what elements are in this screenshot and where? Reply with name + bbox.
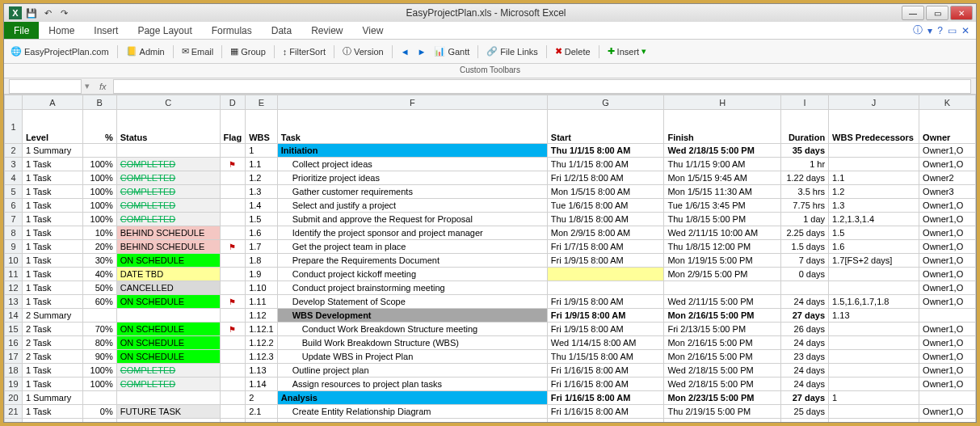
duration-cell[interactable]: 25 days	[781, 405, 829, 419]
column-header-K[interactable]: K	[919, 95, 976, 110]
status-cell[interactable]: COMPLETED	[116, 199, 220, 213]
pred-cell[interactable]: 1.7[FS+2 days]	[829, 254, 919, 268]
maximize-button[interactable]: ▭	[926, 6, 948, 20]
field-header-%[interactable]: %	[82, 110, 116, 144]
finish-cell[interactable]: Thu 1/8/15 5:00 PM	[664, 213, 781, 226]
task-cell[interactable]: Select and justify a project	[277, 199, 547, 213]
finish-cell[interactable]: Mon 1/19/15 5:00 PM	[664, 254, 781, 268]
duration-cell[interactable]: 1 day	[781, 213, 829, 226]
gantt-button[interactable]: 📊 Gantt	[434, 46, 469, 57]
finish-cell[interactable]: Wed 2/11/15 10:00 AM	[664, 226, 781, 240]
pred-cell[interactable]: 1.5	[829, 226, 919, 240]
pred-cell[interactable]: 1.3	[829, 199, 919, 213]
tab-data[interactable]: Data	[262, 22, 301, 39]
owner-cell[interactable]: Owner1,O	[919, 405, 976, 419]
ribbon-minimize-icon[interactable]: ▾	[927, 25, 932, 36]
owner-cell[interactable]: Owner1,O	[919, 323, 976, 336]
row-header-17[interactable]: 17	[5, 350, 23, 364]
level-cell[interactable]: 2 Summary	[22, 309, 82, 323]
field-header-flag[interactable]: Flag	[220, 110, 246, 144]
wbs-cell[interactable]: 1.1	[246, 158, 278, 171]
finish-cell[interactable]: Wed 2/18/15 5:00 PM	[664, 377, 781, 391]
row-header-13[interactable]: 13	[5, 295, 23, 309]
owner-cell[interactable]: Owner1,O	[919, 254, 976, 268]
finish-cell[interactable]: Fri 2/13/15 5:00 PM	[664, 323, 781, 336]
fx-icon[interactable]: fx	[99, 82, 107, 91]
wbs-cell[interactable]: 2.2	[246, 419, 278, 423]
start-cell[interactable]: Fri 1/7/15 8:00 AM	[547, 240, 664, 254]
flag-cell[interactable]	[220, 213, 246, 226]
start-cell[interactable]: Fri 1/16/15 8:00 AM	[547, 419, 664, 423]
flag-cell[interactable]: ⚑	[220, 323, 246, 336]
row-header-9[interactable]: 9	[5, 240, 23, 254]
start-cell[interactable]: Fri 1/9/15 8:00 AM	[547, 309, 664, 323]
start-cell[interactable]: Mon 1/5/15 8:00 AM	[547, 185, 664, 199]
restore-window-icon[interactable]: ▭	[948, 25, 957, 36]
wbs-cell[interactable]: 1.3	[246, 185, 278, 199]
start-cell[interactable]: Mon 2/9/15 8:00 AM	[547, 226, 664, 240]
pred-cell[interactable]: 1.2,1.3,1.4	[829, 213, 919, 226]
level-cell[interactable]: 1 Task	[22, 254, 82, 268]
level-cell[interactable]: 1 Task	[22, 419, 82, 423]
row-header-10[interactable]: 10	[5, 254, 23, 268]
level-cell[interactable]: 1 Task	[22, 268, 82, 281]
pct-cell[interactable]: 90%	[82, 350, 116, 364]
status-cell[interactable]: COMPLETED	[116, 364, 220, 377]
pred-cell[interactable]	[829, 158, 919, 171]
pred-cell[interactable]	[829, 268, 919, 281]
task-cell[interactable]: Prepare the Requirements Document	[277, 254, 547, 268]
status-cell[interactable]	[116, 309, 220, 323]
start-cell[interactable]: Thu 1/1/15 8:00 AM	[547, 144, 664, 158]
owner-cell[interactable]	[919, 309, 976, 323]
level-cell[interactable]: 1 Task	[22, 377, 82, 391]
field-header-start[interactable]: Start	[547, 110, 664, 144]
group-button[interactable]: ▦ Group	[230, 46, 266, 57]
level-cell[interactable]: 1 Task	[22, 213, 82, 226]
task-cell[interactable]: Create Data Flow Diagram	[277, 419, 547, 423]
level-cell[interactable]: 1 Task	[22, 171, 82, 185]
pct-cell[interactable]: 80%	[82, 336, 116, 350]
owner-cell[interactable]: Owner1,O	[919, 336, 976, 350]
close-button[interactable]: ✕	[950, 6, 973, 20]
finish-cell[interactable]: Thu 1/1/15 9:00 AM	[664, 158, 781, 171]
finish-cell[interactable]	[664, 281, 781, 295]
column-header-A[interactable]: A	[22, 95, 82, 110]
wbs-cell[interactable]: 1.12.3	[246, 350, 278, 364]
finish-cell[interactable]: Wed 2/18/15 5:00 PM	[664, 364, 781, 377]
duration-cell[interactable]: 2.25 days	[781, 226, 829, 240]
finish-cell[interactable]: Mon 2/16/15 5:00 PM	[664, 309, 781, 323]
level-cell[interactable]: 1 Task	[22, 240, 82, 254]
owner-cell[interactable]: Owner1,O	[919, 281, 976, 295]
finish-cell[interactable]: Mon 2/16/15 5:00 PM	[664, 336, 781, 350]
level-cell[interactable]: 1 Summary	[22, 391, 82, 405]
row-header-5[interactable]: 5	[5, 185, 23, 199]
owner-cell[interactable]	[919, 391, 976, 405]
wbs-cell[interactable]: 1.12.2	[246, 336, 278, 350]
field-header-level[interactable]: Level	[22, 110, 82, 144]
wbs-cell[interactable]: 1.12	[246, 309, 278, 323]
start-cell[interactable]: Fri 1/16/15 8:00 AM	[547, 405, 664, 419]
pred-cell[interactable]: 1.1	[829, 171, 919, 185]
pred-cell[interactable]	[829, 323, 919, 336]
pred-cell[interactable]: 1.6	[829, 240, 919, 254]
task-cell[interactable]: Submit and approve the Request for Propo…	[277, 213, 547, 226]
duration-cell[interactable]: 27 days	[781, 309, 829, 323]
status-cell[interactable]: ON SCHEDULE	[116, 254, 220, 268]
field-header-owner[interactable]: Owner	[919, 110, 976, 144]
name-box[interactable]	[9, 79, 82, 94]
flag-cell[interactable]: ⚑	[220, 295, 246, 309]
pct-cell[interactable]: 50%	[82, 281, 116, 295]
row-header-19[interactable]: 19	[5, 377, 23, 391]
wbs-cell[interactable]: 1.4	[246, 199, 278, 213]
nav-prev-button[interactable]: ◄	[401, 47, 410, 57]
flag-cell[interactable]	[220, 336, 246, 350]
task-cell[interactable]: Build Work Breakdown Structure (WBS)	[277, 336, 547, 350]
column-header-D[interactable]: D	[220, 95, 246, 110]
row-header-21[interactable]: 21	[5, 405, 23, 419]
close-workbook-icon[interactable]: ✕	[961, 25, 969, 36]
name-box-dropdown-icon[interactable]: ▾	[82, 81, 93, 91]
wbs-cell[interactable]: 1.13	[246, 364, 278, 377]
flag-cell[interactable]	[220, 391, 246, 405]
file-tab[interactable]: File	[4, 22, 39, 39]
status-cell[interactable]	[116, 391, 220, 405]
